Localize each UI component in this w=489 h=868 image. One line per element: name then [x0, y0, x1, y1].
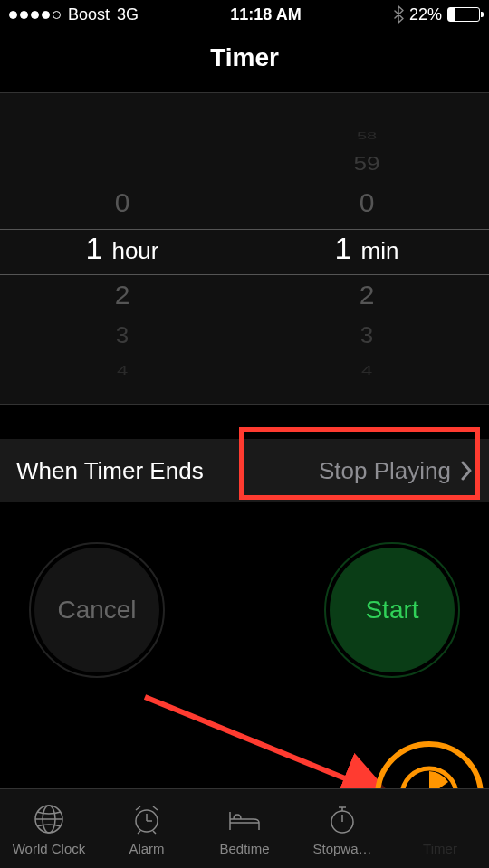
alarm-clock-icon — [129, 801, 165, 837]
tab-bedtime[interactable]: Bedtime — [196, 789, 293, 868]
bluetooth-icon — [393, 5, 404, 24]
bed-icon — [226, 801, 263, 837]
picker-hour-selected[interactable]: 1 hour — [0, 231, 244, 266]
tab-label: Bedtime — [219, 841, 269, 856]
tab-bar: World Clock Alarm Bedtime Stopwa… Timer — [0, 788, 489, 868]
status-bar: Boost 3G 11:18 AM 22% — [0, 0, 489, 29]
cancel-button[interactable]: Cancel — [34, 548, 159, 672]
page-title: Timer — [0, 43, 489, 72]
picker-hour-option[interactable]: 4 — [0, 362, 244, 378]
tab-label: Alarm — [129, 841, 164, 856]
battery-icon — [447, 7, 480, 22]
tab-label: Timer — [423, 841, 457, 856]
tab-alarm[interactable]: Alarm — [98, 789, 196, 868]
when-timer-ends-value-wrap: Stop Playing — [319, 457, 473, 485]
picker-hour-option[interactable]: 0 — [0, 187, 244, 218]
chevron-right-icon — [460, 461, 473, 481]
status-left: Boost 3G — [9, 5, 139, 24]
globe-icon — [31, 801, 67, 837]
status-right: 22% — [393, 5, 480, 24]
action-buttons: Cancel Start — [0, 502, 489, 672]
battery-percent: 22% — [409, 5, 442, 24]
start-button[interactable]: Start — [330, 548, 455, 672]
tab-stopwatch[interactable]: Stopwa… — [293, 789, 391, 868]
carrier-label: Boost — [68, 5, 110, 24]
status-time: 11:18 AM — [230, 5, 301, 24]
picker-min-selected[interactable]: 1 min — [244, 231, 489, 266]
when-timer-ends-value: Stop Playing — [319, 457, 451, 485]
svg-line-9 — [138, 831, 140, 834]
minutes-column[interactable]: 58 59 0 1 min 2 3 4 — [244, 93, 489, 404]
time-picker[interactable]: 0 1 hour 2 3 4 58 59 0 1 min 2 3 4 — [0, 92, 489, 405]
picker-min-option[interactable]: 3 — [244, 321, 489, 349]
tab-label: Stopwa… — [312, 841, 371, 856]
picker-min-option[interactable]: 59 — [244, 151, 489, 175]
picker-min-option[interactable]: 58 — [244, 131, 489, 142]
stopwatch-icon — [324, 801, 360, 837]
tab-label: World Clock — [13, 841, 86, 856]
svg-line-0 — [145, 697, 389, 796]
when-timer-ends-label: When Timer Ends — [16, 457, 204, 485]
hours-column[interactable]: 0 1 hour 2 3 4 — [0, 93, 244, 404]
picker-min-option[interactable]: 0 — [244, 187, 489, 218]
tab-world-clock[interactable]: World Clock — [0, 789, 98, 868]
picker-hour-option[interactable]: 2 — [0, 280, 244, 310]
signal-strength-icon — [9, 11, 61, 19]
picker-hour-option[interactable]: 3 — [0, 321, 244, 349]
picker-min-option[interactable]: 2 — [244, 280, 489, 310]
header: Timer — [0, 29, 489, 92]
picker-min-option[interactable]: 4 — [244, 362, 489, 378]
tab-timer[interactable]: Timer — [391, 789, 489, 868]
network-label: 3G — [117, 5, 139, 24]
when-timer-ends-row[interactable]: When Timer Ends Stop Playing — [0, 439, 489, 502]
svg-line-10 — [153, 831, 156, 834]
timer-icon — [422, 801, 458, 837]
